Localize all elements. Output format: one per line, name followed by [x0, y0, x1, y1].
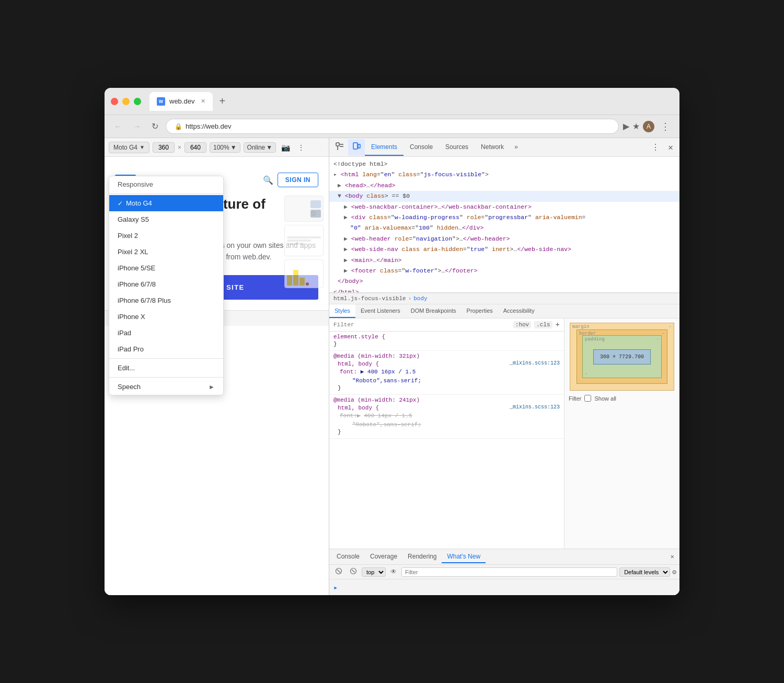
css-source-241[interactable]: _mixins.scss:123	[510, 404, 560, 410]
sign-in-button[interactable]: SIGN IN	[278, 173, 318, 187]
box-content-dimensions: 360 × 7729.700	[600, 354, 644, 360]
tab-elements[interactable]: Elements	[365, 139, 403, 156]
tab-event-listeners[interactable]: Event Listeners	[355, 304, 406, 318]
dom-line-body[interactable]: ▼ <body class> == $0	[329, 191, 679, 201]
css-rule-close-321: }	[333, 385, 560, 391]
dropdown-label-pixel-2-xl: Pixel 2 XL	[118, 248, 148, 256]
address-input[interactable]: 🔒 https://web.dev	[166, 119, 619, 134]
css-rule-media-321: @media (min-width: 321px) html, body { _…	[329, 351, 564, 395]
dom-inspector[interactable]: <!doctype html> ▸ <html lang="en" class=…	[329, 157, 679, 293]
dom-line-snackbar[interactable]: ▶ <web-snackbar-container>…</web-snackba…	[329, 202, 679, 212]
box-padding-dash: -	[656, 337, 659, 342]
tab-network[interactable]: Network	[475, 139, 510, 156]
back-button[interactable]: ←	[111, 120, 125, 133]
tab-close-button[interactable]: ✕	[201, 98, 205, 105]
zoom-selector[interactable]: 100% ▼	[210, 142, 240, 153]
more-tabs-button[interactable]: »	[510, 141, 522, 154]
dom-line-web-header[interactable]: ▶ <web-header role="navigation">…</web-h…	[329, 234, 679, 244]
console-tab-coverage[interactable]: Coverage	[365, 551, 402, 563]
breadcrumb-bar: html.js-focus-visible › body	[329, 293, 679, 304]
browser-menu-button[interactable]: ⋮	[658, 119, 673, 134]
dropdown-item-edit[interactable]: Edit...	[109, 360, 223, 376]
console-level-selector[interactable]: Default levels	[619, 567, 670, 577]
dropdown-item-pixel-2[interactable]: Pixel 2	[109, 227, 223, 244]
devtools-panel: Elements Console Sources Network » ⋮ ✕ <…	[329, 138, 679, 595]
more-options-button[interactable]: ⋮	[295, 142, 307, 153]
tab-console[interactable]: Console	[403, 139, 439, 156]
refresh-button[interactable]: ↻	[148, 119, 162, 133]
breadcrumb-html[interactable]: html.js-focus-visible	[333, 295, 406, 302]
forward-button[interactable]: →	[130, 120, 144, 133]
tab-styles[interactable]: Styles	[329, 304, 355, 318]
dropdown-item-iphone-678-plus[interactable]: iPhone 6/7/8 Plus	[109, 292, 223, 309]
close-window-button[interactable]	[111, 98, 118, 105]
dom-line-footer[interactable]: ▶ <footer class="w-footer">…</footer>	[329, 266, 679, 276]
browser-window: w web.dev ✕ + ← → ↻ 🔒 https://web.dev ▶ …	[105, 88, 679, 595]
dom-line-loading-progress[interactable]: ▶ <div class="w-loading-progress" role="…	[329, 212, 679, 223]
card-placeholder-3	[284, 259, 324, 288]
dropdown-item-ipad[interactable]: iPad	[109, 325, 223, 341]
dropdown-item-speech[interactable]: Speech ►	[109, 379, 223, 395]
tab-sources[interactable]: Sources	[439, 139, 475, 156]
dropdown-item-moto-g4[interactable]: ✓ Moto G4	[109, 195, 223, 211]
dropdown-item-responsive[interactable]: Responsive	[109, 176, 223, 192]
dropdown-item-galaxy-s5[interactable]: Galaxy S5	[109, 211, 223, 227]
network-selector[interactable]: Online ▼	[244, 142, 276, 153]
console-filter-input[interactable]	[401, 567, 617, 577]
box-model-panel: margin - border - padding - -	[564, 318, 679, 549]
console-close-button[interactable]: ✕	[667, 551, 677, 563]
breadcrumb-body[interactable]: body	[413, 295, 427, 302]
dropdown-item-iphone-x[interactable]: iPhone X	[109, 309, 223, 325]
console-stop-button[interactable]	[347, 566, 360, 578]
styles-filter-input[interactable]	[333, 322, 510, 328]
dom-line-main[interactable]: ▶ <main>…</main>	[329, 255, 679, 266]
devtools-settings-button[interactable]: ⋮	[647, 139, 664, 156]
css-source-321[interactable]: _mixins.scss:123	[510, 360, 560, 366]
search-icon[interactable]: 🔍	[263, 175, 273, 185]
tab-accessibility[interactable]: Accessibility	[498, 304, 540, 318]
dropdown-item-iphone-678[interactable]: iPhone 6/7/8	[109, 276, 223, 292]
console-tab-rendering[interactable]: Rendering	[402, 551, 442, 563]
tab-properties[interactable]: Properties	[462, 304, 498, 318]
dom-line-head[interactable]: ▶ <head>…</head>	[329, 180, 679, 191]
pseudo-cls-button[interactable]: .cls	[534, 321, 552, 328]
card-placeholder-2	[284, 225, 324, 256]
cast-icon[interactable]: ▶	[623, 121, 629, 131]
dropdown-item-ipad-pro[interactable]: iPad Pro	[109, 341, 223, 357]
width-input[interactable]	[153, 142, 175, 153]
pseudo-hov-button[interactable]: :hov	[513, 321, 531, 328]
console-clear-button[interactable]	[332, 566, 345, 578]
box-margin: margin - border - padding - -	[570, 323, 674, 391]
console-tab-whats-new[interactable]: What's New	[442, 551, 486, 563]
devtools-close-button[interactable]: ✕	[664, 139, 677, 156]
title-bar: w web.dev ✕ +	[105, 88, 679, 115]
hero-nav-actions: 🔍 SIGN IN	[263, 173, 318, 187]
dropdown-item-iphone-5se[interactable]: iPhone 5/SE	[109, 260, 223, 276]
minimize-window-button[interactable]	[122, 98, 130, 105]
dom-line-html[interactable]: ▸ <html lang="en" class="js-focus-visibl…	[329, 169, 679, 180]
device-selector[interactable]: Moto G4 ▼	[109, 142, 149, 153]
bookmark-icon[interactable]: ★	[632, 121, 640, 131]
dropdown-item-pixel-2-xl[interactable]: Pixel 2 XL	[109, 244, 223, 260]
new-tab-button[interactable]: +	[215, 93, 229, 109]
console-context-selector[interactable]: top	[362, 567, 386, 577]
device-name: Moto G4	[113, 144, 137, 151]
inspect-element-button[interactable]	[331, 139, 348, 156]
console-tab-console[interactable]: Console	[331, 551, 365, 563]
tab-dom-breakpoints[interactable]: DOM Breakpoints	[406, 304, 462, 318]
device-mode-button[interactable]	[348, 139, 365, 156]
maximize-window-button[interactable]	[134, 98, 141, 105]
box-border: border - padding - - 360 × 7729.700	[577, 329, 667, 384]
tab-favicon: w	[157, 97, 165, 106]
show-all-checkbox[interactable]	[584, 395, 591, 402]
add-style-button[interactable]: +	[556, 321, 560, 329]
height-input[interactable]	[185, 142, 206, 153]
dom-line-side-nav[interactable]: ▶ <web-side-nav class aria-hidden="true"…	[329, 244, 679, 255]
console-eye-button[interactable]: 👁	[388, 567, 399, 577]
device-dropdown-arrow: ▼	[140, 144, 145, 150]
avatar-icon[interactable]: A	[643, 121, 654, 132]
capture-screenshot-button[interactable]: 📷	[279, 142, 292, 153]
active-tab[interactable]: w web.dev ✕	[149, 92, 213, 111]
tab-bar: w web.dev ✕ +	[149, 92, 673, 111]
console-settings-button[interactable]: ⚙	[672, 568, 676, 576]
